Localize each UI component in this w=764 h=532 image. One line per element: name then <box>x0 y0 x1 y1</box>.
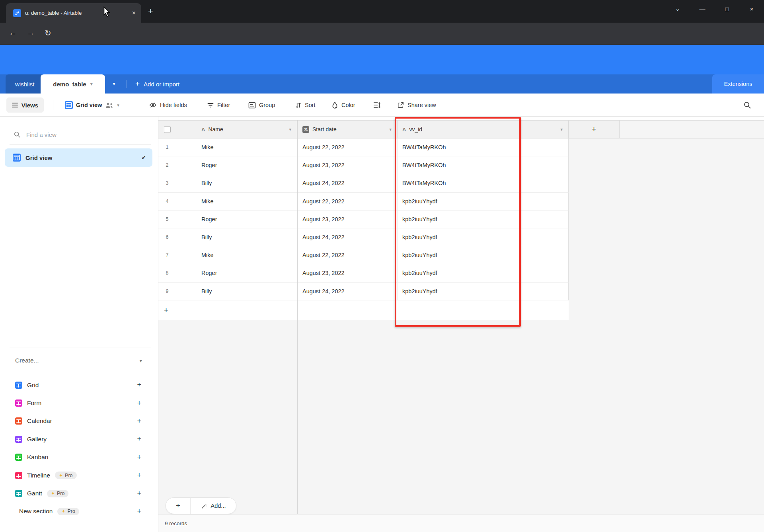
cell-start-date[interactable]: August 23, 2022 <box>297 210 398 228</box>
cell-start-date[interactable]: August 22, 2022 <box>297 138 398 156</box>
column-header-start-date[interactable]: 31 Start date ▾ <box>297 121 398 138</box>
cell-start-date[interactable]: August 24, 2022 <box>297 228 398 246</box>
find-view-input[interactable]: Find a view <box>14 131 57 138</box>
row-height-button[interactable] <box>373 94 381 117</box>
filter-button[interactable]: Filter <box>207 94 230 117</box>
pro-badge: ✦Pro <box>55 472 77 479</box>
add-or-import-button[interactable]: + Add or import <box>135 74 179 94</box>
view-type-icon <box>15 490 22 497</box>
cell-start-date[interactable]: August 24, 2022 <box>297 283 398 300</box>
forward-button[interactable]: → <box>27 28 35 37</box>
share-view-button[interactable]: Share view <box>397 94 436 117</box>
create-view-item[interactable]: New section ✦Pro + <box>0 503 158 520</box>
table-menu-chevron-icon[interactable]: ▾ <box>90 81 93 87</box>
cell-name[interactable]: 5 Roger <box>158 210 297 228</box>
new-tab-button[interactable]: + <box>148 6 153 16</box>
column-menu-chevron-icon[interactable]: ▾ <box>389 127 392 132</box>
row-number: 9 <box>158 288 176 294</box>
cell-start-date[interactable]: August 24, 2022 <box>297 174 398 192</box>
add-view-button[interactable]: + <box>137 435 141 443</box>
create-view-item[interactable]: Grid + <box>0 376 158 394</box>
chevron-down-icon: ▾ <box>117 103 119 108</box>
views-button[interactable]: Views <box>6 97 44 113</box>
sort-button[interactable]: Sort <box>295 94 316 117</box>
tab-close-icon[interactable]: × <box>132 10 136 17</box>
check-icon: ✔ <box>141 154 146 161</box>
cell-name[interactable]: 8 Roger <box>158 264 297 282</box>
table-list-chevron-icon[interactable]: ▾ <box>113 80 115 87</box>
add-with-templates-button[interactable]: Add... <box>191 498 236 514</box>
cell-name[interactable]: 2 Roger <box>158 156 297 174</box>
cell-name[interactable]: 3 Billy <box>158 174 297 192</box>
reload-button[interactable]: ↻ <box>45 28 51 38</box>
row-height-icon <box>373 101 381 109</box>
window-minimize-button[interactable]: — <box>690 6 715 12</box>
sparkle-icon: ✦ <box>61 509 65 514</box>
window-menu-chevron-icon[interactable]: ⌄ <box>665 5 690 12</box>
hide-fields-button[interactable]: Hide fields <box>149 94 187 117</box>
view-type-icon <box>15 382 22 389</box>
sidebar-item-grid-view[interactable]: Grid view ✔ <box>5 148 152 167</box>
cell-name[interactable]: 6 Billy <box>158 228 297 246</box>
create-section-header[interactable]: Create... ▾ <box>15 357 142 364</box>
add-record-pill: + Add... <box>166 497 236 514</box>
create-view-item[interactable]: Calendar + <box>0 412 158 430</box>
add-view-button[interactable]: + <box>137 417 141 425</box>
window-close-button[interactable]: × <box>739 6 764 12</box>
cell-start-date[interactable]: August 22, 2022 <box>297 246 398 264</box>
column-menu-chevron-icon[interactable]: ▾ <box>560 127 563 132</box>
create-view-item[interactable]: Gallery + <box>0 430 158 448</box>
cell-name[interactable]: 7 Mike <box>158 246 297 264</box>
records-count: 9 records <box>165 520 187 526</box>
cell-name[interactable]: 4 Mike <box>158 193 297 210</box>
magic-wand-icon <box>201 503 208 509</box>
view-type-icon <box>15 399 22 407</box>
cell-name[interactable]: 1 Mike <box>158 138 297 156</box>
cell-start-date[interactable]: August 22, 2022 <box>297 193 398 210</box>
row-number: 6 <box>158 234 176 240</box>
sparkle-icon: ✦ <box>51 491 55 496</box>
back-button[interactable]: ← <box>9 28 17 37</box>
window-maximize-button[interactable]: □ <box>715 6 739 12</box>
table-tab-wishlist[interactable]: wishlist <box>6 74 44 94</box>
date-field-icon: 31 <box>302 126 309 133</box>
row-number: 5 <box>158 216 176 222</box>
add-view-button[interactable]: + <box>137 381 141 389</box>
table-tab-demo-table[interactable]: demo_table ▾ <box>41 74 105 94</box>
add-view-button[interactable]: + <box>137 507 141 516</box>
color-button[interactable]: Color <box>331 94 355 117</box>
sort-icon <box>295 102 302 109</box>
tab-title: u: demo_table - Airtable <box>25 10 129 16</box>
add-view-button[interactable]: + <box>137 399 141 407</box>
divider <box>53 100 53 110</box>
select-all-checkbox[interactable] <box>164 126 171 133</box>
view-type-icon <box>15 436 22 443</box>
browser-tabstrip: u: demo_table - Airtable × + ⌄ — □ × <box>0 0 764 23</box>
search-icon <box>14 131 21 138</box>
create-view-item[interactable]: Kanban + <box>0 448 158 466</box>
add-record-plus-button[interactable]: + <box>166 498 191 514</box>
add-view-button[interactable]: + <box>137 471 141 479</box>
create-view-item[interactable]: Form + <box>0 394 158 412</box>
text-field-icon: A <box>201 127 205 133</box>
add-view-button[interactable]: + <box>137 453 141 462</box>
browser-toolbar: ← → ↻ airtable.com/app8Bj4fSoM2Hv3s9/tbl… <box>0 23 764 45</box>
extensions-button[interactable]: Extensions <box>712 74 764 94</box>
create-view-item[interactable]: Timeline ✦Pro + <box>0 466 158 484</box>
airtable-favicon <box>13 9 21 17</box>
add-column-button[interactable]: + <box>569 121 620 138</box>
cell-name[interactable]: 9 Billy <box>158 283 297 300</box>
column-menu-chevron-icon[interactable]: ▾ <box>289 127 291 132</box>
column-header-name[interactable]: A Name ▾ <box>158 121 297 138</box>
search-icon[interactable] <box>743 101 751 109</box>
cell-start-date[interactable]: August 23, 2022 <box>297 264 398 282</box>
color-drop-icon <box>331 101 338 109</box>
current-view-button[interactable]: Grid view ▾ <box>65 94 119 117</box>
divider <box>10 144 151 145</box>
create-view-item[interactable]: Gantt ✦Pro + <box>0 484 158 502</box>
group-button[interactable]: Group <box>248 94 275 117</box>
airtable-topnav: u ▾ Data Automations Interfaces ? Help S… <box>0 45 764 74</box>
browser-tab[interactable]: u: demo_table - Airtable × <box>6 3 141 23</box>
cell-start-date[interactable]: August 23, 2022 <box>297 156 398 174</box>
add-view-button[interactable]: + <box>137 489 141 498</box>
